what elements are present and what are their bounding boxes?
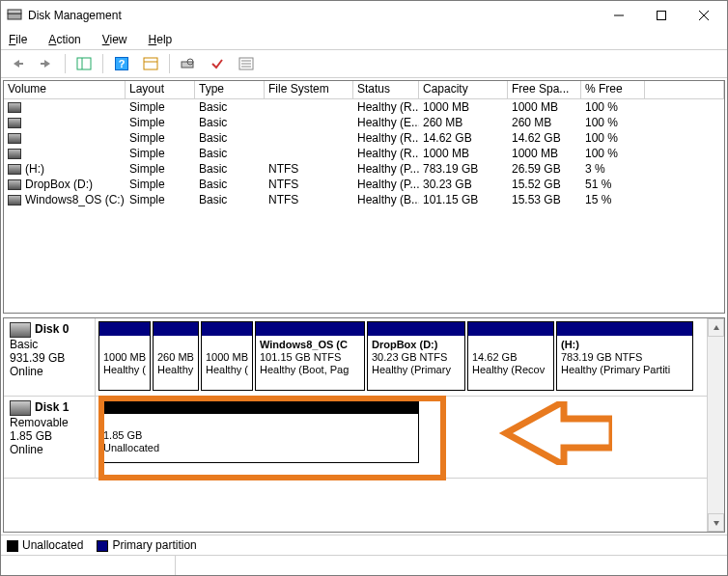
cell-layout: Simple [126,147,195,160]
volume-row[interactable]: SimpleBasicHealthy (R...1000 MB1000 MB10… [4,99,724,115]
legend-unallocated: Unallocated [7,538,83,552]
disk-row: Disk 1Removable1.85 GBOnline 1.85 GBUnal… [4,397,707,479]
partition-cap [557,322,692,336]
scroll-down-button[interactable] [708,513,724,532]
partition-size: 260 MB [157,351,194,364]
partition-block[interactable]: 14.62 GBHealthy (Recov [467,321,554,391]
disk-partitions: 1000 MBHealthy (R 260 MBHealthy 1000 MBH… [96,318,707,396]
cell-type: Basic [195,178,265,191]
window-title: Disk Management [28,9,598,22]
cell-status: Healthy (P... [353,178,419,191]
svg-rect-1 [8,10,21,14]
partition-title: (H:) [561,339,688,351]
svg-rect-3 [658,12,666,20]
cell-pct: 3 % [581,162,645,176]
partition-status: Healthy (R [206,364,248,376]
cell-free: 1000 MB [508,147,581,160]
menu-action[interactable]: Action [44,32,84,47]
volume-list[interactable]: Volume Layout Type File System Status Ca… [3,80,725,314]
cell-free: 15.53 GB [508,193,581,206]
forward-button[interactable] [34,52,59,75]
partition-block[interactable]: 1000 MBHealthy (R [98,321,151,391]
settings-button[interactable] [138,52,163,75]
partition-block[interactable]: Windows8_OS (C101.15 GB NTFSHealthy (Boo… [255,321,365,391]
partition-size: 30.23 GB NTFS [372,351,461,364]
partition-block[interactable]: (H:)783.19 GB NTFSHealthy (Primary Parti… [556,321,693,391]
maximize-button[interactable] [640,2,683,29]
svg-rect-12 [144,58,157,69]
partition-body: 1000 MBHealthy (R [202,336,252,380]
volume-row[interactable]: SimpleBasicHealthy (R...1000 MB1000 MB10… [4,146,724,161]
volume-row[interactable]: DropBox (D:)SimpleBasicNTFSHealthy (P...… [4,177,724,192]
cell-capacity: 1000 MB [419,147,508,160]
partition-body: (H:)783.19 GB NTFSHealthy (Primary Parti… [557,336,692,380]
partition-body: 1000 MBHealthy (R [99,336,150,380]
col-status[interactable]: Status [353,81,419,98]
partition-cap [202,322,252,336]
volume-icon [8,149,21,159]
toolbar: ? [1,49,727,78]
col-volume[interactable]: Volume [4,81,126,98]
cell-fs: NTFS [265,178,353,191]
volume-list-body[interactable]: SimpleBasicHealthy (R...1000 MB1000 MB10… [4,99,724,313]
disk-header[interactable]: Disk 1Removable1.85 GBOnline [4,397,96,478]
svg-rect-8 [77,58,91,69]
disk-state: Online [10,365,89,378]
cell-fs: NTFS [265,193,353,206]
find-button[interactable] [176,52,201,75]
volume-row[interactable]: Windows8_OS (C:)SimpleBasicNTFSHealthy (… [4,192,724,207]
disk-state: Online [10,443,89,456]
disk-partitions: 1.85 GBUnallocated [96,397,707,478]
volume-row[interactable]: SimpleBasicHealthy (E...260 MB260 MB100 … [4,115,724,130]
partition-block[interactable]: 1.85 GBUnallocated [98,399,419,463]
col-type[interactable]: Type [195,81,265,98]
show-hide-button[interactable] [71,52,97,75]
cell-status: Healthy (B... [353,193,419,206]
partition-title: DropBox (D:) [372,339,461,351]
back-button[interactable] [5,52,30,75]
disk-icon [10,322,31,338]
cell-type: Basic [195,193,265,206]
partition-block[interactable]: 260 MBHealthy [153,321,199,391]
scroll-up-button[interactable] [708,318,724,337]
toolbar-separator [65,54,66,73]
partition-title: Windows8_OS (C [260,339,360,351]
cell-capacity: 30.23 GB [419,178,508,191]
scroll-track[interactable] [708,337,724,513]
partition-body: 1.85 GBUnallocated [99,414,418,458]
col-free[interactable]: Free Spa... [508,81,581,98]
col-filesystem[interactable]: File System [265,81,353,98]
swatch-primary-icon [97,540,108,552]
partition-block[interactable]: DropBox (D:)30.23 GB NTFSHealthy (Primar… [367,321,465,391]
help-button[interactable]: ? [109,52,134,75]
col-layout[interactable]: Layout [126,81,195,98]
close-button[interactable] [683,2,725,29]
cell-type: Basic [195,147,265,160]
minimize-button[interactable] [598,2,640,29]
partition-size: 783.19 GB NTFS [561,351,688,364]
cell-pct: 51 % [581,178,645,191]
check-button[interactable] [205,52,230,75]
partition-size: 1000 MB [103,351,146,364]
col-pct[interactable]: % Free [581,81,645,98]
volume-row[interactable]: (H:)SimpleBasicNTFSHealthy (P...783.19 G… [4,161,724,177]
cell-pct: 100 % [581,100,645,114]
partition-size: 1.85 GB [103,429,414,442]
cell-status: Healthy (E... [353,116,419,129]
cell-type: Basic [195,116,265,129]
menu-help[interactable]: Help [145,32,177,47]
disk-header[interactable]: Disk 0Basic931.39 GBOnline [4,318,96,396]
partition-block[interactable]: 1000 MBHealthy (R [201,321,253,391]
cell-layout: Simple [126,178,195,191]
vertical-scrollbar[interactable] [707,318,724,532]
volume-row[interactable]: SimpleBasicHealthy (R...14.62 GB14.62 GB… [4,130,724,146]
menu-view[interactable]: View [98,32,131,47]
disk-graphical-scroll[interactable]: Disk 0Basic931.39 GBOnline 1000 MBHealth… [4,318,707,532]
app-icon [7,8,22,23]
title-bar: Disk Management [1,1,727,30]
list-button[interactable] [234,52,259,75]
menu-file[interactable]: File [5,32,31,47]
col-capacity[interactable]: Capacity [419,81,508,98]
partition-size: 1000 MB [206,351,248,364]
partition-cap [368,322,464,336]
